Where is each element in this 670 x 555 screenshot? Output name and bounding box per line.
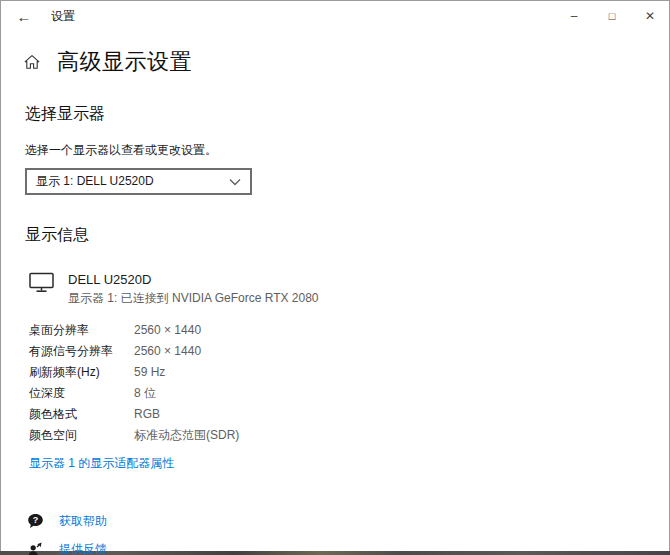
close-button[interactable]: ✕ [631,1,669,31]
help-bubble-icon: ? [27,513,44,530]
window-title: 设置 [51,8,75,25]
back-arrow-icon: ← [17,8,32,25]
spec-value: 标准动态范围(SDR) [134,429,669,442]
chevron-down-icon [229,178,241,186]
home-icon [24,54,40,70]
give-feedback-link[interactable]: 提供反馈 [59,541,107,555]
spec-label: 有源信号分辨率 [29,345,134,358]
display-info-heading: 显示信息 [25,225,669,246]
get-help-link[interactable]: 获取帮助 [59,513,107,530]
get-help-row[interactable]: ? 获取帮助 [25,513,669,530]
maximize-button[interactable]: □ [593,1,631,31]
minimize-button[interactable]: – [555,1,593,31]
device-text: DELL U2520D 显示器 1: 已连接到 NVIDIA GeForce R… [68,272,319,307]
page-title: 高级显示设置 [57,47,192,77]
spec-label: 颜色空间 [29,429,134,442]
spec-label: 颜色格式 [29,408,134,421]
spec-value: 2560 × 1440 [134,324,669,337]
give-feedback-row[interactable]: 提供反馈 [25,541,669,555]
spec-value: 8 位 [134,387,669,400]
display-adapter-properties-link[interactable]: 显示器 1 的显示适配器属性 [29,455,174,472]
close-icon: ✕ [645,9,655,23]
titlebar: ← 设置 – □ ✕ [1,1,669,31]
spec-label: 刷新频率(Hz) [29,366,134,379]
settings-window: ← 设置 – □ ✕ 高级显示设置 选择显示器 选择一个显示器以查看或更改设置。… [0,0,670,551]
display-select-value: 显示 1: DELL U2520D [36,173,154,190]
device-name: DELL U2520D [68,272,319,287]
maximize-icon: □ [609,10,616,22]
spec-label: 桌面分辨率 [29,324,134,337]
page-content: 选择显示器 选择一个显示器以查看或更改设置。 显示 1: DELL U2520D… [1,104,669,555]
display-select-dropdown[interactable]: 显示 1: DELL U2520D [25,168,252,195]
feedback-person-icon [27,541,44,555]
choose-display-description: 选择一个显示器以查看或更改设置。 [25,142,669,159]
spec-label: 位深度 [29,387,134,400]
back-button[interactable]: ← [1,1,47,31]
device-row: DELL U2520D 显示器 1: 已连接到 NVIDIA GeForce R… [25,272,669,307]
device-status: 显示器 1: 已连接到 NVIDIA GeForce RTX 2080 [68,290,319,307]
svg-text:?: ? [33,515,39,525]
spec-value: RGB [134,408,669,421]
monitor-icon [29,272,54,293]
minimize-icon: – [571,9,578,23]
footer-links: ? 获取帮助 提供反馈 [25,513,669,555]
spec-table: 桌面分辨率 2560 × 1440 有源信号分辨率 2560 × 1440 刷新… [29,324,669,442]
spec-value: 59 Hz [134,366,669,379]
spec-value: 2560 × 1440 [134,345,669,358]
choose-display-heading: 选择显示器 [25,104,669,125]
page-header: 高级显示设置 [1,31,669,77]
